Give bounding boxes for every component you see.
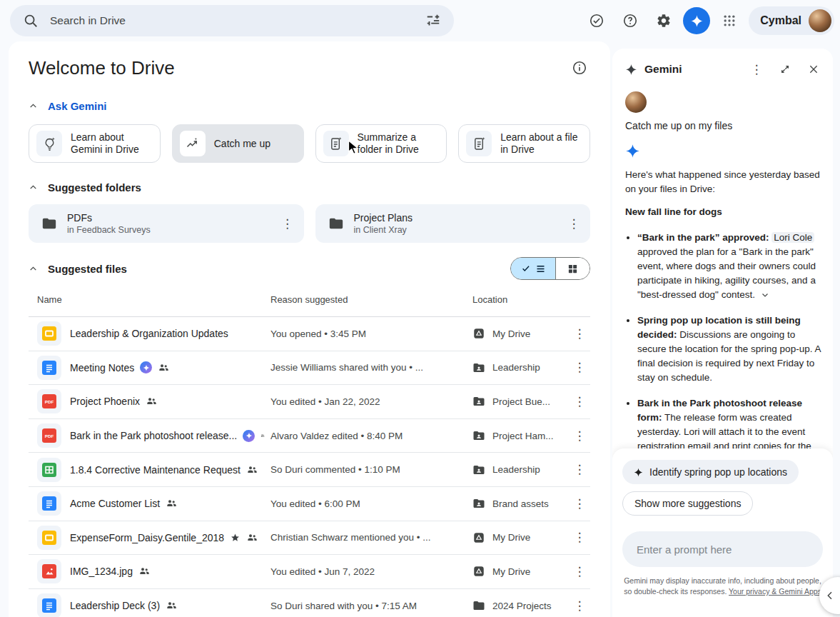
file-reason: You edited • 6:00 PM [270,498,472,509]
ask-card-learn-file[interactable]: Learn about a file in Drive [458,124,590,163]
file-name: ExpenseForm_Daisy.Gentile_2018 [70,532,224,543]
folder-name: PDFs [67,212,265,224]
table-row[interactable]: 1.8.4 Corrective Maintenance Request So … [29,453,590,487]
file-reason: You edited • Jun 7, 2022 [270,566,472,577]
docs-file-icon [37,593,61,617]
user-prompt-text: Catch me up on my files [625,120,820,131]
shared-folder-icon [472,395,485,408]
gemini-disclaimer: Gemini may display inaccurate info, incl… [622,576,823,597]
more-options-icon[interactable]: ⋮ [567,458,592,482]
table-row[interactable]: IMG_1234.jpg You edited • Jun 7, 2022 My… [29,555,590,589]
table-row[interactable]: Leadership & Organization Updates You op… [29,317,590,351]
account-pill[interactable]: Cymbal [749,6,834,35]
grid-view-button[interactable] [555,258,589,279]
more-options-icon[interactable]: ⋮ [567,389,592,413]
document-spark-icon [466,131,492,156]
svg-text:PDF: PDF [45,399,54,404]
table-row[interactable]: Meeting Notes Jessie Williams shared wit… [29,351,590,386]
apps-grid-icon[interactable] [715,6,744,35]
table-row[interactable]: ExpenseForm_Daisy.Gentile_2018 Christian… [29,521,590,556]
shared-people-icon [246,532,258,543]
column-header-name[interactable]: Name [37,294,270,305]
file-location[interactable]: Project Bue... [472,395,567,408]
folder-location: in Feedback Surveys [67,225,265,235]
table-row[interactable]: PDF Bark in the Park photoshoot release.… [29,419,590,453]
docs-file-icon [37,491,61,516]
folder-icon [472,599,485,612]
my-drive-icon [472,565,485,578]
file-location[interactable]: 2024 Projects [472,599,567,612]
show-more-suggestions-button[interactable]: Show more suggestions [622,491,753,516]
file-location[interactable]: Leadership [472,463,567,476]
privacy-link[interactable]: Your privacy & Gemini Apps [729,587,821,596]
person-chip[interactable]: Lori Cole [771,232,814,243]
file-name: Acme Customer List [70,498,160,509]
search-options-icon[interactable] [425,13,441,29]
info-icon[interactable] [569,57,590,79]
image-file-icon [37,559,61,583]
file-location[interactable]: My Drive [472,327,567,340]
user-avatar[interactable] [809,9,831,32]
search-input[interactable] [49,14,415,28]
shared-folder-icon [472,497,485,510]
settings-gear-icon[interactable] [649,6,678,35]
close-panel-icon[interactable] [803,59,824,80]
spark-icon [634,468,643,477]
gemini-button[interactable] [683,7,710,34]
slides-file-icon [37,321,61,346]
sheets-file-icon [37,458,61,482]
file-location[interactable]: My Drive [472,531,567,544]
drive-search-bar[interactable] [10,5,454,36]
more-options-icon[interactable]: ⋮ [567,593,592,617]
list-view-button[interactable] [511,258,555,279]
more-options-icon[interactable]: ⋮ [567,491,592,516]
file-name: Bark in the Park photoshoot release... [70,430,237,441]
file-location[interactable]: Leadership [472,361,567,374]
help-icon[interactable] [616,6,644,35]
more-options-icon[interactable]: ⋮ [567,423,592,448]
response-bullet: Spring pop up location is still being de… [637,313,821,385]
ask-card-label: Catch me up [214,138,270,150]
table-row[interactable]: PDF Project Phoenix You edited • Jan 22,… [29,385,590,419]
ask-card-learn-gemini[interactable]: Learn about Gemini in Drive [29,124,161,163]
ask-card-label: Summarize a folder in Drive [358,131,440,156]
more-options-icon[interactable]: ⋮ [567,526,592,550]
file-reason: You edited • Jan 22, 2022 [270,396,472,407]
offline-status-icon[interactable] [582,6,611,35]
file-reason: Jessie Williams shared with you • ... [270,362,472,373]
ask-card-catch-me-up[interactable]: Catch me up [172,124,304,163]
gemini-prompt-input[interactable] [622,531,823,567]
folder-card-pdfs[interactable]: PDFs in Feedback Surveys ⋮ [29,204,304,243]
more-options-icon[interactable]: ⋮ [567,559,592,583]
file-location[interactable]: Project Ham... [472,429,567,442]
table-row[interactable]: Leadership Deck (3) So Duri shared with … [29,589,590,617]
more-options-icon[interactable]: ⋮ [746,59,767,80]
ask-gemini-section-header[interactable]: Ask Gemini [29,99,590,113]
response-intro: Here's what happened since yesterday bas… [625,168,821,196]
response-heading: New fall line for dogs [625,205,821,219]
shared-people-icon [166,498,177,509]
chevron-down-icon[interactable] [761,291,769,299]
expand-panel-icon[interactable] [774,59,796,80]
chevron-up-icon [29,264,38,274]
column-header-reason[interactable]: Reason suggested [270,294,472,305]
folder-card-project-plans[interactable]: Project Plans in Client Xray ⋮ [315,204,591,243]
pdf-file-icon: PDF [37,389,61,413]
file-location[interactable]: Brand assets [472,497,567,510]
more-options-icon[interactable]: ⋮ [562,211,586,236]
table-row[interactable]: Acme Customer List You edited • 6:00 PM … [29,487,590,521]
suggested-folders-header[interactable]: Suggested folders [29,180,590,194]
more-options-icon[interactable]: ⋮ [567,321,592,346]
folder-icon [328,216,344,231]
ask-card-summarize-folder[interactable]: Summarize a folder in Drive [315,124,447,163]
files-table-header: Name Reason suggested Location [29,283,590,317]
gemini-response-spark-icon [625,144,833,159]
more-options-icon[interactable]: ⋮ [567,356,592,380]
more-options-icon[interactable]: ⋮ [275,211,300,236]
shared-folder-icon [472,361,485,374]
check-icon [521,264,531,274]
file-location[interactable]: My Drive [472,565,567,578]
suggested-files-header[interactable]: Suggested files [29,261,127,276]
suggestion-chip[interactable]: Identify spring pop up locations [622,460,799,484]
column-header-location[interactable]: Location [472,294,567,305]
